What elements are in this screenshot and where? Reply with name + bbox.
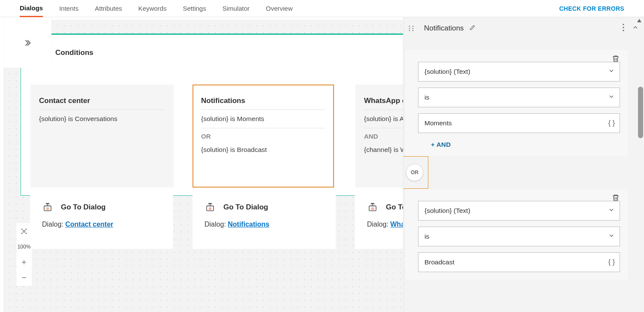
operator-select[interactable]: is xyxy=(418,227,620,246)
svg-point-27 xyxy=(409,28,410,29)
svg-point-30 xyxy=(412,30,414,31)
svg-point-31 xyxy=(623,24,624,25)
condition-card-title: Contact center xyxy=(39,97,165,110)
tabs-list: Dialogs Intents Attributes Keywords Sett… xyxy=(20,0,293,17)
zoom-percent: 100% xyxy=(17,239,31,254)
tab-keywords[interactable]: Keywords xyxy=(138,0,167,17)
chevron-double-right-icon xyxy=(23,38,32,49)
svg-point-33 xyxy=(623,30,624,31)
condition-card-selected[interactable]: Notifications {solution} is Moments OR {… xyxy=(193,85,334,188)
tab-dialogs[interactable]: Dialogs xyxy=(20,0,43,17)
value-input[interactable]: Broadcast { } xyxy=(418,252,620,272)
rule-card: {solution} (Text) is Moments { } + AND xyxy=(405,50,628,156)
zoom-out-button[interactable] xyxy=(17,270,31,285)
sidebar-header: Notifications xyxy=(403,17,644,39)
value-input-text: Moments xyxy=(418,113,620,133)
attribute-select-value: {solution} (Text) xyxy=(418,201,620,221)
condition-line: {solution} is Moments xyxy=(201,110,325,128)
add-and-button[interactable]: + AND xyxy=(431,141,451,148)
condition-line: {solution} is Conversations xyxy=(39,110,165,128)
operator-select-value: is xyxy=(418,227,620,246)
goto-heading-label: Go To Dialog xyxy=(61,203,106,212)
braces-icon[interactable]: { } xyxy=(608,119,615,127)
goto-label: Dialog: xyxy=(205,221,226,228)
sidebar-body[interactable]: {solution} (Text) is Moments { } + AND O… xyxy=(403,39,644,312)
goto-heading: Go To Dialog xyxy=(205,202,324,213)
tab-attributes[interactable]: Attributes xyxy=(95,0,122,17)
svg-point-28 xyxy=(412,28,414,29)
goto-link[interactable]: Contact center xyxy=(65,221,113,228)
condition-operator: OR xyxy=(201,128,325,141)
or-badge: OR xyxy=(406,164,423,181)
goto-line: Dialog: Notifications xyxy=(205,221,324,228)
or-badge-frame[interactable]: OR xyxy=(403,156,428,189)
goto-dialog-card[interactable]: Go To Dialog Dialog: Contact center xyxy=(30,191,173,249)
tab-overview[interactable]: Overview xyxy=(266,0,293,17)
svg-point-29 xyxy=(409,30,410,31)
braces-icon[interactable]: { } xyxy=(608,258,615,266)
scroll-thumb[interactable] xyxy=(638,87,643,138)
goto-heading-label: Go To Dialog xyxy=(223,203,268,212)
goto-link[interactable]: Notifications xyxy=(228,221,269,228)
goto-label: Dialog: xyxy=(367,221,388,228)
operator-select[interactable]: is xyxy=(418,88,620,107)
tabs-bar: Dialogs Intents Attributes Keywords Sett… xyxy=(0,0,644,17)
page-scrollbar[interactable] xyxy=(635,17,644,312)
edit-title-button[interactable] xyxy=(469,24,476,33)
chevron-down-icon xyxy=(608,93,615,102)
goto-heading: Go To Dialog xyxy=(42,202,161,213)
drag-handle-icon[interactable] xyxy=(405,25,417,32)
bot-icon xyxy=(42,202,53,213)
attribute-select-value: {solution} (Text) xyxy=(418,62,620,82)
attribute-select[interactable]: {solution} (Text) xyxy=(418,62,620,82)
chevron-down-icon xyxy=(608,206,615,215)
check-for-errors-button[interactable]: CHECK FOR ERRORS xyxy=(559,5,624,12)
or-separator: OR xyxy=(403,156,628,189)
svg-rect-21 xyxy=(23,230,25,232)
fit-to-screen-button[interactable] xyxy=(17,224,31,239)
conditions-container[interactable]: Conditions Contact center {solution} is … xyxy=(21,33,406,196)
more-options-button[interactable] xyxy=(623,24,624,33)
operator-select-value: is xyxy=(418,88,620,107)
scroll-up-icon xyxy=(637,19,641,22)
attribute-select[interactable]: {solution} (Text) xyxy=(418,201,620,221)
details-sidebar: Notifications {solution} (Text) is xyxy=(403,17,644,312)
goto-line: Dialog: Contact center xyxy=(42,221,161,228)
condition-line: {solution} is Broadcast xyxy=(201,141,325,159)
svg-point-25 xyxy=(409,26,410,27)
goto-label: Dialog: xyxy=(42,221,63,228)
value-input-text: Broadcast xyxy=(418,252,620,272)
rule-card: {solution} (Text) is Broadcast { } xyxy=(405,189,628,280)
tab-settings[interactable]: Settings xyxy=(183,0,206,17)
svg-point-32 xyxy=(623,27,624,28)
sidebar-title: Notifications xyxy=(424,24,464,33)
bot-icon xyxy=(367,202,378,213)
svg-point-26 xyxy=(412,26,414,27)
conditions-title: Conditions xyxy=(55,48,93,57)
condition-card-title: Notifications xyxy=(201,97,325,110)
goto-dialog-card[interactable]: Go To Dialog Dialog: Notifications xyxy=(193,191,336,249)
tab-simulator[interactable]: Simulator xyxy=(223,0,250,17)
expand-side-panel-button[interactable] xyxy=(3,20,51,68)
chevron-down-icon xyxy=(608,232,615,241)
goto-link[interactable]: Wha xyxy=(390,221,405,228)
zoom-controls: 100% xyxy=(16,223,32,286)
tab-intents[interactable]: Intents xyxy=(59,0,78,17)
chevron-down-icon xyxy=(608,67,615,76)
bot-icon xyxy=(205,202,216,213)
value-input[interactable]: Moments { } xyxy=(418,113,620,133)
condition-card[interactable]: Contact center {solution} is Conversatio… xyxy=(30,85,174,188)
zoom-in-button[interactable] xyxy=(17,254,31,270)
